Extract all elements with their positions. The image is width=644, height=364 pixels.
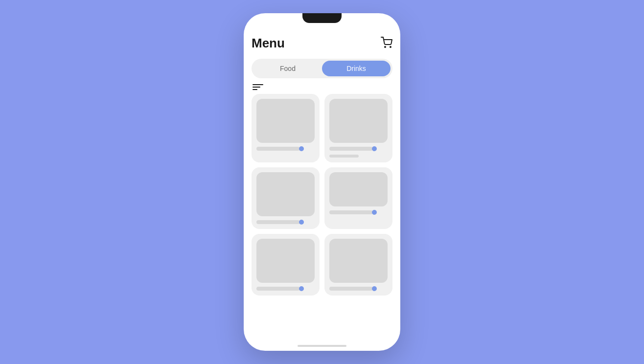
card-dot-1 [299,146,304,151]
tab-food[interactable]: Food [253,61,322,76]
menu-card-4[interactable] [324,167,392,229]
svg-point-0 [385,46,386,47]
tab-drinks[interactable]: Drinks [322,61,391,76]
card-image-3 [256,172,315,216]
menu-card-6[interactable] [324,234,392,296]
home-indicator [298,345,346,347]
page-title: Menu [252,36,285,51]
tab-bar: Food Drinks [252,59,392,78]
card-dot-4 [372,210,377,215]
filter-line-3 [253,89,257,90]
header: Menu [252,31,392,51]
card-image-6 [329,239,388,283]
menu-card-1[interactable] [252,94,320,162]
menu-card-3[interactable] [252,167,320,229]
filter-line-2 [253,87,260,88]
cart-button[interactable] [381,37,392,50]
card-image-5 [256,239,315,283]
phone-notch [298,13,346,26]
card-dot-2 [372,146,377,151]
menu-card-5[interactable] [252,234,320,296]
card-column-right [324,167,392,229]
card-dot-3 [299,220,304,225]
card-title-5 [256,287,300,291]
menu-grid [252,94,392,296]
filter-button[interactable] [252,84,392,90]
card-title-1 [256,147,300,151]
filter-line-1 [253,84,263,85]
menu-card-2[interactable] [324,94,392,162]
phone-content: Menu Food Drinks [244,13,400,351]
svg-point-1 [390,46,391,47]
card-image-1 [256,99,315,143]
card-image-2 [329,99,388,143]
phone-frame: Menu Food Drinks [244,13,400,351]
card-image-4 [329,172,388,206]
card-title-2 [329,147,373,151]
card-title-3 [256,220,300,224]
card-dot-5 [299,286,304,291]
card-dot-6 [372,286,377,291]
card-title-4 [329,210,373,214]
card-title-6 [329,287,373,291]
card-subtitle-2 [329,155,359,158]
